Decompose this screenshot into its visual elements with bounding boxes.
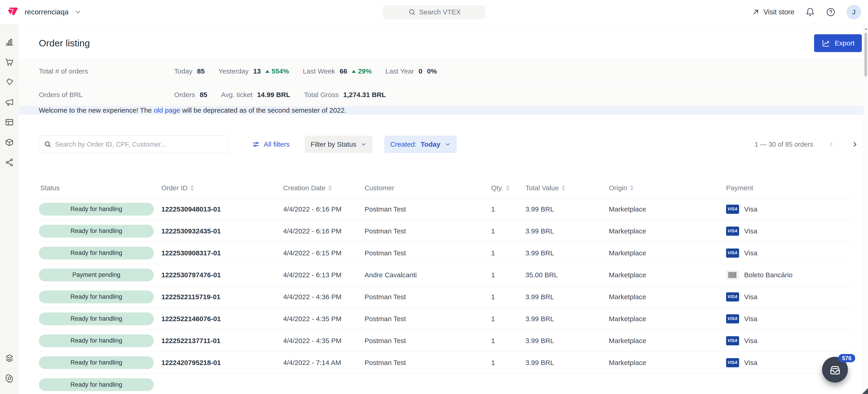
table-row[interactable]: Ready for handling 1222530948013-01 4/4/… — [39, 198, 853, 220]
origin-cell: Marketplace — [596, 205, 715, 213]
sidebar-item-integrations[interactable] — [5, 158, 14, 167]
metric-value: 1,274.31 BRL — [343, 91, 386, 99]
order-search-input[interactable] — [39, 135, 228, 153]
old-page-link[interactable]: old page — [154, 106, 180, 114]
sidebar-item-marketing[interactable] — [5, 97, 14, 107]
sort-arrows-icon[interactable] — [506, 185, 510, 191]
table-header: StatusOrder IDCreation DateCustomerQty.T… — [39, 178, 853, 198]
global-search-input[interactable] — [383, 5, 485, 19]
sidebar-item-storefront[interactable] — [5, 118, 14, 127]
delta-percent: 29% — [358, 67, 372, 75]
created-filter-button[interactable]: Created: Today — [384, 136, 457, 153]
account-name: recorrenciaqa — [25, 8, 68, 16]
customer-cell: Postman Test — [361, 359, 484, 367]
next-page-icon[interactable] — [851, 140, 859, 148]
order-stats-panel: Total # of orders Today 85 Yesterday 13 … — [19, 59, 868, 106]
metric-name: Total Gross — [304, 91, 339, 99]
stat-metric: Last Year 0 0% — [385, 67, 437, 75]
scrollbar-up-arrow[interactable] — [864, 28, 868, 30]
sidebar-item-settings[interactable] — [5, 373, 14, 383]
qty-cell: 1 — [484, 315, 509, 323]
filter-by-status-button[interactable]: Filter by Status — [305, 136, 373, 153]
table-row[interactable]: Ready for handling 1222522137711-01 4/4/… — [39, 330, 853, 352]
payment-method-icon: VISA — [726, 358, 739, 367]
stat-metric: Avg. ticket 14.99 BRL — [221, 91, 290, 99]
sidebar — [0, 24, 19, 394]
sidebar-item-analytics[interactable] — [5, 37, 14, 46]
status-badge: Payment pending — [39, 269, 154, 282]
global-search[interactable] — [383, 5, 485, 19]
origin-cell: Marketplace — [596, 227, 715, 235]
sort-arrows-icon[interactable] — [630, 185, 633, 191]
payment-name: Visa — [744, 227, 757, 235]
table-row[interactable]: Ready for handling 1222522115719-01 4/4/… — [39, 286, 853, 308]
account-switcher[interactable]: recorrenciaqa — [6, 6, 81, 19]
total-value-cell: 3.99 BRL — [509, 293, 596, 301]
payment-cell: VISAVisa — [715, 205, 853, 214]
export-button[interactable]: Export — [814, 34, 862, 52]
column-header-total-value[interactable]: Total Value — [509, 184, 596, 192]
metric-value: 0 — [419, 67, 423, 75]
table-row[interactable]: Ready for handling 1222420795218-01 4/4/… — [39, 352, 853, 374]
visit-store-link[interactable]: Visit store — [752, 8, 795, 16]
visit-store-label: Visit store — [763, 8, 795, 16]
sidebar-item-shipping[interactable] — [5, 137, 14, 147]
sidebar-item-apps[interactable] — [5, 353, 14, 363]
all-filters-button[interactable]: All filters — [252, 140, 289, 149]
stat-metric: Last Week 66 29% — [303, 67, 372, 75]
table-row[interactable]: Ready for handling 1222530932435-01 4/4/… — [39, 220, 853, 242]
created-filter-prefix: Created: — [390, 140, 416, 148]
vertical-scrollbar[interactable] — [863, 25, 868, 394]
notifications-bell-icon[interactable] — [805, 7, 815, 17]
sort-arrows-icon[interactable] — [328, 185, 332, 191]
search-icon — [44, 140, 52, 148]
payment-name: Boleto Bancário — [744, 271, 793, 279]
payment-name: Visa — [744, 205, 757, 213]
payment-name: Visa — [744, 249, 757, 257]
origin-cell: Marketplace — [596, 249, 715, 257]
status-badge: Ready for handling — [39, 356, 154, 369]
orders-table: StatusOrder IDCreation DateCustomerQty.T… — [39, 178, 853, 394]
sidebar-item-orders[interactable] — [5, 57, 14, 67]
sort-arrows-icon[interactable] — [561, 185, 565, 191]
banner-text-after: will be deprecated as of the second seme… — [182, 106, 346, 114]
origin-cell: Marketplace — [596, 359, 715, 367]
user-avatar[interactable]: J — [846, 5, 861, 20]
export-label: Export — [835, 39, 855, 47]
payment-cell: VISAVisa — [715, 336, 853, 346]
stats-row-label: Total # of orders — [39, 67, 174, 75]
table-row[interactable]: Ready for handling 1222522146076-01 4/4/… — [39, 308, 853, 330]
stat-metric: Total Gross 1,274.31 BRL — [304, 91, 386, 99]
inbox-count-badge: 576 — [838, 354, 855, 362]
origin-cell: Marketplace — [596, 315, 715, 323]
status-badge: Ready for handling — [39, 247, 154, 260]
sidebar-item-products[interactable] — [5, 77, 14, 87]
column-header-payment: Payment — [715, 184, 853, 192]
scrollbar-thumb[interactable] — [864, 33, 867, 76]
table-row[interactable]: Ready for handling — [39, 374, 853, 394]
creation-date-cell: 4/4/2022 - 4:35 PM — [280, 315, 361, 323]
metric-name: Avg. ticket — [221, 91, 252, 99]
customer-cell: Postman Test — [361, 249, 484, 257]
stat-metric: Today 85 — [174, 67, 205, 75]
banner-text-before: Welcome to the new experience! The — [39, 106, 152, 114]
column-header-order-id[interactable]: Order ID — [158, 184, 280, 192]
table-row[interactable]: Ready for handling 1222530908317-01 4/4/… — [39, 242, 853, 264]
previous-page-icon[interactable] — [827, 140, 835, 148]
payment-cell: Boleto Bancário — [715, 270, 853, 280]
creation-date-cell: 4/4/2022 - 4:35 PM — [280, 337, 361, 344]
sort-arrows-icon[interactable] — [190, 185, 194, 191]
column-header-origin[interactable]: Origin — [596, 184, 715, 192]
column-header-qty-[interactable]: Qty. — [484, 184, 509, 192]
chevron-down-icon — [74, 9, 81, 15]
stats-row-orders-brl: Orders of BRL Orders 85 Avg. ticket 14.9… — [19, 83, 868, 106]
payment-cell: VISAVisa — [715, 249, 853, 258]
search-icon — [408, 8, 416, 16]
table-row[interactable]: Payment pending 1222530797476-01 4/4/202… — [39, 264, 853, 286]
order-id-cell: 1222522137711-01 — [158, 337, 280, 344]
metric-value: 13 — [253, 67, 261, 75]
inbox-floating-button[interactable]: 576 — [822, 357, 848, 383]
column-header-creation-date[interactable]: Creation Date — [280, 184, 361, 192]
page-title: Order listing — [39, 38, 90, 48]
help-icon[interactable] — [826, 7, 836, 17]
